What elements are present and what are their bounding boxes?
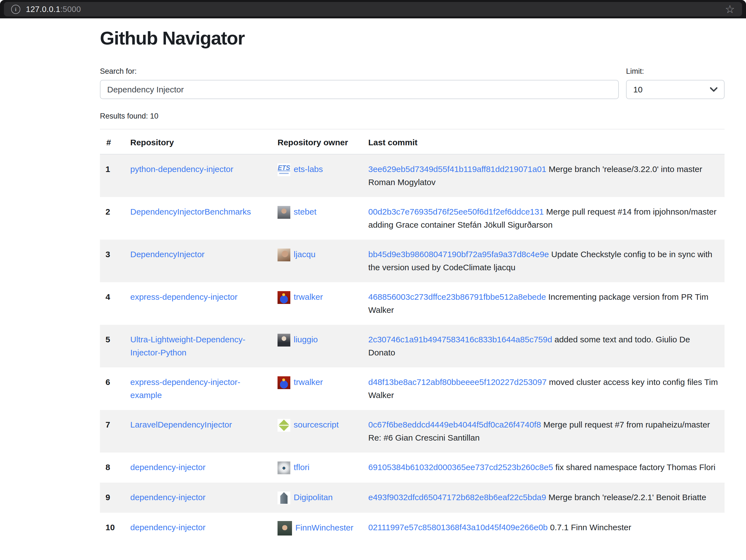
commit-sha-link[interactable]: 468856003c273dffce23b86791fbbe512a8ebede [368, 292, 546, 301]
table-row: 7LaravelDependencyInjectorsourcescript0c… [100, 410, 724, 452]
url-bar[interactable]: i 127.0.0.1:5000 ☆ [4, 2, 742, 17]
repository-cell: DependencyInjectorBenchmarks [125, 197, 272, 240]
repository-cell: dependency-injector [125, 513, 272, 544]
results-table-body: 1python-dependency-injectorETSets-labs3e… [100, 154, 724, 544]
table-row: 2DependencyInjectorBenchmarksstebet00d2b… [100, 197, 724, 240]
owner-cell: ETSets-labs [272, 154, 363, 197]
repository-cell: express-dependency-injector-example [125, 367, 272, 410]
table-row: 9dependency-injectorDigipolitane493f9032… [100, 482, 724, 513]
limit-select[interactable]: 10 [626, 80, 724, 99]
avatar-logo-text: ETS [278, 165, 290, 171]
owner-link[interactable]: liuggio [294, 335, 318, 344]
browser-chrome: i 127.0.0.1:5000 ☆ [0, 0, 746, 18]
commit-sha-link[interactable]: 3ee629eb5d7349d55f41b119aff81dd219071a01 [368, 165, 546, 174]
repository-link[interactable]: dependency-injector [130, 463, 205, 472]
column-header-repository: Repository [125, 129, 272, 154]
owner-cell: FinnWinchester [272, 513, 363, 544]
search-input[interactable] [100, 80, 619, 99]
building-logo-icon [280, 492, 288, 504]
owner-cell: trwalker [272, 367, 363, 410]
owner-avatar [278, 291, 290, 304]
owner-avatar: ETS [278, 164, 290, 176]
owner-link[interactable]: Digipolitan [294, 493, 333, 502]
owner-avatar [278, 248, 290, 261]
commit-sha-link[interactable]: e493f9032dfcd65047172b682e8b6eaf22c5bda9 [368, 493, 546, 502]
owner-link[interactable]: stebet [294, 207, 316, 216]
commit-sha-link[interactable]: d48f13be8ac712abf80bbeeee5f120227d253097 [368, 377, 547, 387]
table-row: 5Ultra-Lightweight-Dependency-Injector-P… [100, 325, 724, 367]
bookmark-star-icon[interactable]: ☆ [725, 4, 735, 15]
owner-cell: stebet [272, 197, 363, 240]
table-row: 8dependency-injectortflori69105384b61032… [100, 452, 724, 482]
diamond-logo-icon [278, 420, 289, 431]
commit-cell: 02111997e57c85801368f43a10d45f409e266e0b… [363, 513, 724, 544]
repository-link[interactable]: express-dependency-injector [130, 292, 237, 301]
owner-cell: Digipolitan [272, 482, 363, 513]
repository-cell: Ultra-Lightweight-Dependency-Injector-Py… [125, 325, 272, 367]
url-text: 127.0.0.1:5000 [26, 5, 81, 14]
commit-cell: 00d2b3c7e76935d76f25ee50f6d1f2ef6ddce131… [363, 197, 724, 240]
owner-avatar [278, 206, 290, 219]
commit-sha-link[interactable]: 2c30746c1a91b4947583416c833b1644a85c759d [368, 335, 552, 344]
avatar-logo-subline [279, 173, 289, 174]
page-content: Github Navigator Search for: Limit: 10 R… [100, 27, 724, 544]
owner-link[interactable]: trwalker [294, 377, 323, 387]
repository-link[interactable]: DependencyInjectorBenchmarks [130, 207, 251, 216]
row-number: 2 [100, 197, 125, 240]
owner-link[interactable]: tflori [294, 463, 310, 472]
row-number: 6 [100, 367, 125, 410]
owner-avatar [278, 376, 290, 389]
owner-cell: ljacqu [272, 240, 363, 282]
table-row: 10dependency-injectorFinnWinchester02111… [100, 513, 724, 544]
table-row: 3DependencyInjectorljacqubb45d9e3b986080… [100, 240, 724, 282]
table-row: 4express-dependency-injectortrwalker4688… [100, 282, 724, 325]
repository-link[interactable]: Ultra-Lightweight-Dependency-Injector-Py… [130, 335, 246, 357]
commit-cell: e493f9032dfcd65047172b682e8b6eaf22c5bda9… [363, 482, 724, 513]
limit-select-wrap: 10 [626, 80, 724, 99]
owner-link[interactable]: trwalker [294, 292, 323, 301]
commit-cell: d48f13be8ac712abf80bbeeee5f120227d253097… [363, 367, 724, 410]
commit-cell: 69105384b61032d000365ee737cd2523b260c8e5… [363, 452, 724, 482]
row-number: 10 [100, 513, 125, 544]
repository-link[interactable]: dependency-injector [130, 523, 205, 532]
results-count: Results found: 10 [100, 112, 724, 120]
repository-cell: dependency-injector [125, 482, 272, 513]
info-icon[interactable]: i [11, 5, 20, 14]
owner-avatar [278, 334, 290, 347]
owner-link[interactable]: ljacqu [294, 250, 315, 259]
repository-link[interactable]: LaravelDependencyInjector [130, 420, 232, 429]
repository-link[interactable]: express-dependency-injector-example [130, 377, 240, 400]
commit-cell: 3ee629eb5d7349d55f41b119aff81dd219071a01… [363, 154, 724, 197]
url-port: :5000 [60, 5, 81, 13]
row-number: 1 [100, 154, 125, 197]
commit-sha-link[interactable]: 00d2b3c7e76935d76f25ee50f6d1f2ef6ddce131 [368, 207, 544, 216]
commit-cell: 468856003c273dffce23b86791fbbe512a8ebede… [363, 282, 724, 325]
column-header-last-commit: Last commit [363, 129, 724, 154]
url-host: 127.0.0.1 [26, 5, 60, 13]
commit-sha-link[interactable]: 69105384b61032d000365ee737cd2523b260c8e5 [368, 463, 553, 472]
repository-cell: DependencyInjector [125, 240, 272, 282]
owner-link[interactable]: sourcescript [294, 420, 339, 429]
owner-link[interactable]: ets-labs [294, 165, 323, 174]
results-table: # Repository Repository owner Last commi… [100, 129, 724, 544]
owner-cell: tflori [272, 452, 363, 482]
limit-label: Limit: [626, 67, 724, 76]
commit-cell: 0c67f6be8eddcd4449eb4044f5df0ca26f4740f8… [363, 410, 724, 452]
owner-link[interactable]: FinnWinchester [295, 523, 353, 532]
owner-avatar [278, 521, 292, 535]
repository-cell: python-dependency-injector [125, 154, 272, 197]
repository-link[interactable]: python-dependency-injector [130, 165, 233, 174]
repository-cell: LaravelDependencyInjector [125, 410, 272, 452]
commit-message: fix shared namespace factory Thomas Flor… [555, 463, 715, 472]
commit-sha-link[interactable]: bb45d9e3b98608047190bf72a95fa9a37d8c4e9e [368, 250, 549, 259]
commit-sha-link[interactable]: 0c67f6be8eddcd4449eb4044f5df0ca26f4740f8 [368, 420, 541, 429]
repository-link[interactable]: DependencyInjector [130, 250, 205, 259]
commit-cell: 2c30746c1a91b4947583416c833b1644a85c759d… [363, 325, 724, 367]
table-row: 1python-dependency-injectorETSets-labs3e… [100, 154, 724, 197]
commit-sha-link[interactable]: 02111997e57c85801368f43a10d45f409e266e0b [368, 523, 548, 532]
row-number: 8 [100, 452, 125, 482]
owner-cell: trwalker [272, 282, 363, 325]
owner-avatar [278, 492, 290, 504]
column-header-owner: Repository owner [272, 129, 363, 154]
repository-link[interactable]: dependency-injector [130, 493, 205, 502]
